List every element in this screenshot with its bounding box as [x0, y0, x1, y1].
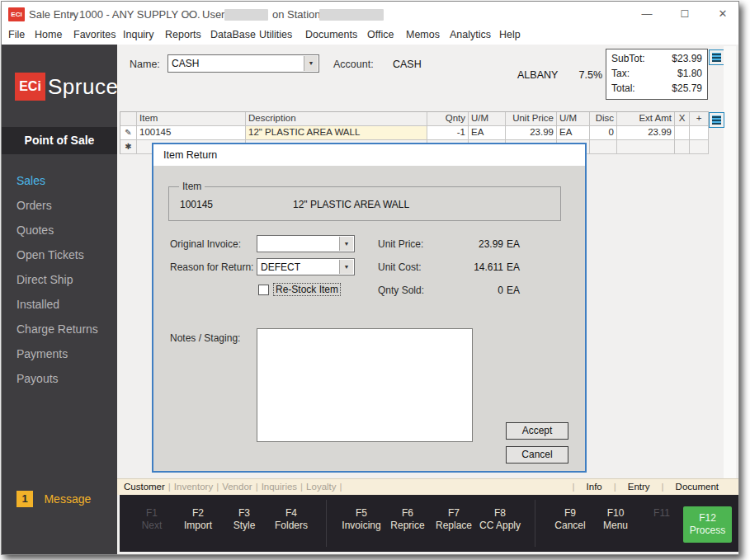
col-um1[interactable]: U/M [469, 112, 506, 126]
maximize-icon[interactable]: ☐ [672, 3, 698, 25]
reason-label: Reason for Return: [170, 261, 253, 273]
menu-utilities[interactable]: Utilities [259, 29, 292, 40]
cancel-button[interactable]: Cancel [506, 446, 568, 464]
unit-price-label: Unit Price: [378, 238, 423, 250]
tab-separator: | [340, 482, 342, 492]
menu-office[interactable]: Office [367, 29, 394, 40]
tab-customer[interactable]: Customer [120, 482, 168, 492]
cell-plus[interactable] [690, 126, 709, 140]
fkey-f5-invoicing[interactable]: F5Invoicing [338, 507, 384, 532]
sidebar-item-orders[interactable]: Orders [2, 193, 117, 218]
fkey-f10-menu[interactable]: F10Menu [592, 507, 639, 532]
chevron-down-icon[interactable]: ▼ [304, 56, 318, 71]
menu-file[interactable]: File [8, 29, 25, 40]
col-disc[interactable]: Disc [590, 112, 617, 126]
close-icon[interactable]: ✕ [710, 3, 736, 25]
chevron-down-icon[interactable]: ▼ [339, 260, 353, 274]
reason-combo[interactable]: DEFECT ▼ [257, 258, 355, 275]
menu-inquiry[interactable]: Inquiry [123, 29, 154, 40]
tab-inventory[interactable]: Inventory [171, 482, 216, 492]
fkey-f4-folders[interactable]: F4Folders [268, 507, 314, 532]
company-name: 1000 - ANY SUPPLY CO. [79, 8, 200, 21]
main-content: Name: CASH ▼ Account: CASH ALBANY 7.5% S… [117, 45, 738, 554]
col-description[interactable]: Description [246, 112, 427, 126]
sidebar-item-open-tickets[interactable]: Open Tickets [2, 242, 117, 267]
sidebar-item-charge-returns[interactable]: Charge Returns [2, 317, 117, 341]
tab-loyalty[interactable]: Loyalty [303, 482, 339, 492]
tab-vendor[interactable]: Vendor [219, 482, 255, 492]
sidebar-item-sales[interactable]: Sales [2, 168, 117, 193]
fkey-f12-process-button[interactable]: F12Process [683, 506, 732, 543]
menu-reports[interactable]: Reports [165, 29, 201, 40]
name-label: Name: [130, 59, 160, 70]
col-um2[interactable]: U/M [557, 112, 590, 126]
fkey-f7-replace[interactable]: F7Replace [431, 507, 477, 532]
col-unit-price[interactable]: Unit Price [506, 112, 557, 126]
fkey-f6-reprice[interactable]: F6Reprice [384, 507, 431, 532]
cell-ext-amt[interactable]: 23.99 [617, 126, 675, 140]
menu-documents[interactable]: Documents [305, 29, 357, 40]
minimize-icon[interactable]: — [634, 3, 660, 25]
col-qnty[interactable]: Qnty [427, 112, 469, 126]
col-ext-amt[interactable]: Ext Amt [617, 112, 675, 126]
qnty-sold-label: Qnty Sold: [378, 285, 424, 296]
total-label: Total: [611, 81, 635, 96]
tab-document[interactable]: Document [664, 482, 730, 492]
sidebar-item-installed[interactable]: Installed [2, 292, 117, 317]
col-plus[interactable]: + [690, 112, 709, 126]
sidebar-nav: Sales Orders Quotes Open Tickets Direct … [2, 168, 117, 391]
sidebar-item-payouts[interactable]: Payouts [2, 366, 117, 391]
customer-name-combo[interactable]: CASH ▼ [167, 54, 319, 73]
fkey-f8-cc-apply[interactable]: F8CC Apply [477, 507, 523, 532]
notes-label: Notes / Staging: [170, 332, 240, 344]
restock-label[interactable]: Re-Stock Item [273, 283, 341, 296]
tab-info[interactable]: Info [575, 482, 614, 492]
fnbar-divider [535, 500, 535, 547]
tax-location: ALBANY [517, 69, 558, 81]
tax-value: $1.80 [677, 66, 702, 81]
menu-database[interactable]: DataBase [210, 29, 256, 40]
customer-name-value: CASH [172, 58, 199, 69]
table-row[interactable]: ✎ 100145 12" PLASTIC AREA WALL -1 EA 23.… [120, 126, 709, 140]
tab-inquiries[interactable]: Inquiries [258, 482, 300, 492]
cell-um1[interactable]: EA [469, 126, 506, 140]
cell-disc[interactable]: 0 [590, 126, 617, 140]
new-row-icon: ✱ [120, 140, 137, 154]
accept-button[interactable]: Accept [506, 422, 568, 440]
menu-memos[interactable]: Memos [406, 29, 440, 40]
menu-favorites[interactable]: Favorites [73, 29, 116, 40]
fkey-f9-cancel[interactable]: F9Cancel [547, 507, 593, 532]
fkey-f2-import[interactable]: F2Import [175, 507, 221, 532]
col-x[interactable]: X [675, 112, 690, 126]
cell-item[interactable]: 100145 [137, 126, 246, 140]
user-name-redacted [224, 9, 268, 21]
cell-qnty[interactable]: -1 [427, 126, 469, 140]
item-description: 12" PLASTIC AREA WALL [293, 199, 409, 210]
tab-entry[interactable]: Entry [616, 482, 662, 492]
menu-home[interactable]: Home [35, 29, 62, 40]
original-invoice-combo[interactable]: ▼ [257, 235, 355, 252]
sidebar-item-direct-ship[interactable]: Direct Ship [2, 267, 117, 292]
cell-um2[interactable]: EA [557, 126, 590, 140]
fkey-f3-style[interactable]: F3Style [221, 507, 267, 532]
col-item[interactable]: Item [137, 112, 246, 126]
spruce-logo: ECiSpruce™ [15, 73, 124, 104]
restock-checkbox[interactable] [258, 285, 269, 295]
sidebar-item-quotes[interactable]: Quotes [2, 218, 117, 242]
menu-bar: File Home Favorites Inquiry Reports Data… [2, 26, 738, 45]
message-indicator[interactable]: 1 Message [17, 491, 91, 507]
cell-x[interactable] [675, 126, 690, 140]
menu-analytics[interactable]: Analytics [450, 29, 491, 40]
sidebar-item-payments[interactable]: Payments [2, 341, 117, 366]
totals-menu-icon[interactable] [709, 49, 724, 65]
chevron-down-icon[interactable]: ▼ [339, 237, 353, 251]
grid-menu-icon[interactable] [709, 112, 724, 128]
subtotal-value: $23.99 [672, 51, 702, 66]
cell-unit-price[interactable]: 23.99 [506, 126, 557, 140]
eci-brand-icon: ECi [15, 73, 45, 101]
app-window: ECI Sale Entry • 1000 - ANY SUPPLY CO. •… [2, 2, 738, 554]
fnbar-divider [326, 500, 327, 547]
menu-help[interactable]: Help [499, 29, 521, 40]
cell-description[interactable]: 12" PLASTIC AREA WALL [246, 126, 427, 140]
notes-input[interactable] [257, 328, 473, 442]
